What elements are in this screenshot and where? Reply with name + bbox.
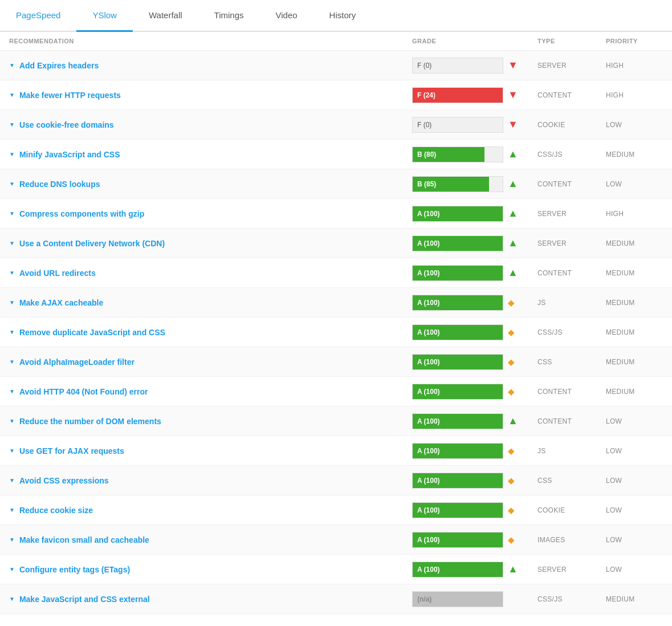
tab-pagespeed[interactable]: PageSpeed [0, 0, 76, 32]
priority-cell: HIGH [606, 62, 663, 70]
rec-link[interactable]: Make favicon small and cacheable [19, 535, 149, 544]
rec-link[interactable]: Reduce the number of DOM elements [19, 417, 161, 426]
type-cell: CSS/JS [537, 151, 606, 158]
tab-history[interactable]: History [313, 0, 372, 32]
table-row: ▼ Remove duplicate JavaScript and CSS A … [0, 318, 672, 347]
expand-arrow[interactable]: ▼ [9, 62, 15, 68]
table-row: ▼ Compress components with gzip A (100) … [0, 199, 672, 229]
rec-cell: ▼ Use cookie-free domains [9, 120, 412, 129]
rec-link[interactable]: Use a Content Delivery Network (CDN) [19, 239, 165, 248]
rec-link[interactable]: Reduce DNS lookups [19, 180, 100, 189]
table-row: ▼ Use a Content Delivery Network (CDN) A… [0, 229, 672, 258]
rec-cell: ▼ Add Expires headers [9, 61, 412, 70]
header-recommendation: RECOMMENDATION [9, 38, 412, 44]
rec-cell: ▼ Minify JavaScript and CSS [9, 150, 412, 159]
rec-link[interactable]: Use GET for AJAX requests [19, 446, 124, 456]
grade-cell: A (100) ◆ [412, 502, 537, 518]
priority-cell: LOW [606, 447, 663, 455]
expand-arrow[interactable]: ▼ [9, 596, 15, 602]
expand-arrow[interactable]: ▼ [9, 270, 15, 276]
rec-link[interactable]: Avoid AlphaImageLoader filter [19, 357, 135, 367]
rec-cell: ▼ Make fewer HTTP requests [9, 91, 412, 100]
rec-link[interactable]: Remove duplicate JavaScript and CSS [19, 328, 165, 337]
priority-cell: LOW [606, 180, 663, 188]
expand-arrow[interactable]: ▼ [9, 536, 15, 543]
rec-cell: ▼ Avoid HTTP 404 (Not Found) error [9, 387, 412, 396]
priority-cell: LOW [606, 506, 663, 514]
table-row: ▼ Make favicon small and cacheable A (10… [0, 525, 672, 555]
priority-cell: LOW [606, 477, 663, 485]
grade-cell: F (0) ▼ [412, 117, 537, 133]
table-row: ▼ Make JavaScript and CSS external (n/a)… [0, 584, 672, 614]
table-row: ▼ Minify JavaScript and CSS B (80) ▲ CSS… [0, 140, 672, 169]
expand-arrow[interactable]: ▼ [9, 359, 15, 365]
rec-cell: ▼ Remove duplicate JavaScript and CSS [9, 328, 412, 337]
type-cell: CSS [537, 477, 606, 485]
priority-cell: LOW [606, 121, 663, 129]
type-cell: CONTENT [537, 180, 606, 188]
expand-arrow[interactable]: ▼ [9, 418, 15, 424]
grade-cell: A (100) ◆ [412, 532, 537, 548]
rec-cell: ▼ Make JavaScript and CSS external [9, 595, 412, 604]
rec-link[interactable]: Reduce cookie size [19, 506, 93, 515]
rec-link[interactable]: Make AJAX cacheable [19, 298, 103, 307]
expand-arrow[interactable]: ▼ [9, 477, 15, 483]
rec-cell: ▼ Use GET for AJAX requests [9, 446, 412, 456]
tabs-container: PageSpeedYSlowWaterfallTimingsVideoHisto… [0, 0, 672, 32]
table-row: ▼ Make AJAX cacheable A (100) ◆ JS MEDIU… [0, 288, 672, 318]
type-cell: CONTENT [537, 388, 606, 396]
table-row: ▼ Add Expires headers F (0) ▼ SERVER HIG… [0, 51, 672, 80]
tab-timings[interactable]: Timings [198, 0, 260, 32]
rec-link[interactable]: Avoid URL redirects [19, 269, 96, 278]
expand-arrow[interactable]: ▼ [9, 121, 15, 128]
rec-link[interactable]: Compress components with gzip [19, 209, 144, 218]
rec-cell: ▼ Avoid URL redirects [9, 269, 412, 278]
rec-cell: ▼ Reduce DNS lookups [9, 180, 412, 189]
table-row: ▼ Avoid HTTP 404 (Not Found) error A (10… [0, 377, 672, 407]
type-cell: COOKIE [537, 506, 606, 514]
expand-arrow[interactable]: ▼ [9, 507, 15, 513]
priority-cell: MEDIUM [606, 269, 663, 277]
expand-arrow[interactable]: ▼ [9, 299, 15, 306]
expand-arrow[interactable]: ▼ [9, 388, 15, 395]
expand-arrow[interactable]: ▼ [9, 448, 15, 454]
table-row: ▼ Reduce DNS lookups B (85) ▲ CONTENT LO… [0, 169, 672, 199]
grade-cell: A (100) ▲ [412, 235, 537, 251]
type-cell: IMAGES [537, 536, 606, 544]
rec-link[interactable]: Minify JavaScript and CSS [19, 150, 120, 159]
table-row: ▼ Reduce cookie size A (100) ◆ COOKIE LO… [0, 495, 672, 525]
rec-cell: ▼ Make favicon small and cacheable [9, 535, 412, 544]
yslow-table: RECOMMENDATION GRADE TYPE PRIORITY ▼ Add… [0, 32, 672, 614]
expand-arrow[interactable]: ▼ [9, 329, 15, 335]
tab-video[interactable]: Video [260, 0, 313, 32]
rec-link[interactable]: Avoid HTTP 404 (Not Found) error [19, 387, 148, 396]
rec-link[interactable]: Avoid CSS expressions [19, 476, 109, 485]
rec-link[interactable]: Make JavaScript and CSS external [19, 595, 150, 604]
grade-cell: A (100) ◆ [412, 443, 537, 459]
expand-arrow[interactable]: ▼ [9, 151, 15, 157]
type-cell: SERVER [537, 239, 606, 247]
rec-link[interactable]: Configure entity tags (ETags) [19, 565, 130, 574]
table-row: ▼ Avoid CSS expressions A (100) ◆ CSS LO… [0, 466, 672, 495]
rec-link[interactable]: Make fewer HTTP requests [19, 91, 121, 100]
type-cell: CONTENT [537, 417, 606, 425]
rec-link[interactable]: Use cookie-free domains [19, 120, 114, 129]
grade-cell: A (100) ◆ [412, 324, 537, 340]
grade-cell: A (100) ▲ [412, 413, 537, 429]
tab-waterfall[interactable]: Waterfall [133, 0, 198, 32]
rec-cell: ▼ Make AJAX cacheable [9, 298, 412, 307]
rec-link[interactable]: Add Expires headers [19, 61, 99, 70]
header-grade: GRADE [412, 38, 537, 44]
expand-arrow[interactable]: ▼ [9, 240, 15, 246]
expand-arrow[interactable]: ▼ [9, 566, 15, 572]
priority-cell: HIGH [606, 91, 663, 99]
grade-cell: F (0) ▼ [412, 58, 537, 74]
grade-cell: F (24) ▼ [412, 87, 537, 103]
rec-cell: ▼ Compress components with gzip [9, 209, 412, 218]
expand-arrow[interactable]: ▼ [9, 181, 15, 187]
expand-arrow[interactable]: ▼ [9, 92, 15, 98]
grade-cell: B (85) ▲ [412, 176, 537, 192]
grade-cell: (n/a) [412, 591, 537, 607]
expand-arrow[interactable]: ▼ [9, 210, 15, 217]
tab-yslow[interactable]: YSlow [76, 0, 133, 32]
